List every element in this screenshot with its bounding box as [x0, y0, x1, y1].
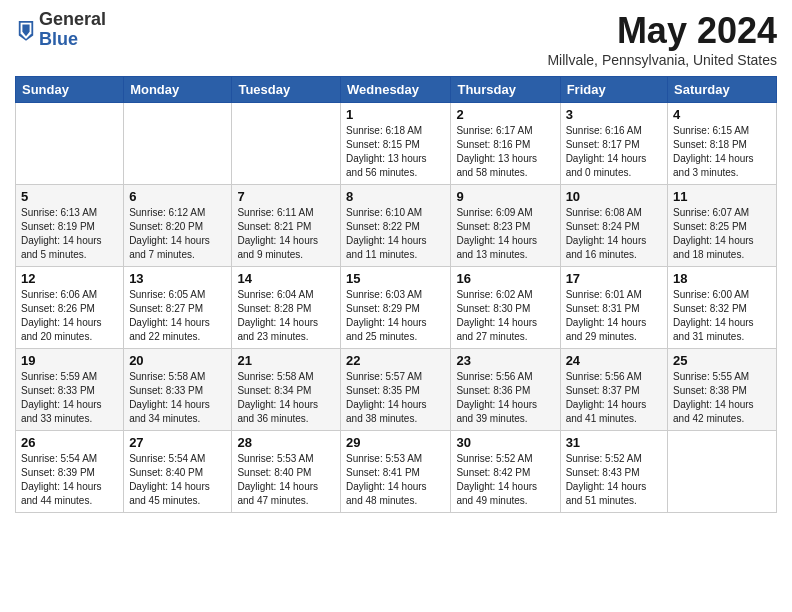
day-info: Sunrise: 5:55 AMSunset: 8:38 PMDaylight:… [673, 370, 771, 426]
day-info: Sunrise: 5:56 AMSunset: 8:37 PMDaylight:… [566, 370, 662, 426]
calendar-cell [16, 103, 124, 185]
calendar-cell: 27Sunrise: 5:54 AMSunset: 8:40 PMDayligh… [124, 431, 232, 513]
day-number: 28 [237, 435, 335, 450]
day-number: 23 [456, 353, 554, 368]
calendar-cell: 14Sunrise: 6:04 AMSunset: 8:28 PMDayligh… [232, 267, 341, 349]
day-info: Sunrise: 6:07 AMSunset: 8:25 PMDaylight:… [673, 206, 771, 262]
day-info: Sunrise: 5:56 AMSunset: 8:36 PMDaylight:… [456, 370, 554, 426]
day-info: Sunrise: 5:57 AMSunset: 8:35 PMDaylight:… [346, 370, 445, 426]
logo-text: General Blue [39, 10, 106, 50]
day-number: 3 [566, 107, 662, 122]
day-number: 18 [673, 271, 771, 286]
weekday-header-row: SundayMondayTuesdayWednesdayThursdayFrid… [16, 77, 777, 103]
calendar-cell [668, 431, 777, 513]
day-info: Sunrise: 6:04 AMSunset: 8:28 PMDaylight:… [237, 288, 335, 344]
day-info: Sunrise: 6:05 AMSunset: 8:27 PMDaylight:… [129, 288, 226, 344]
day-number: 29 [346, 435, 445, 450]
location-text: Millvale, Pennsylvania, United States [547, 52, 777, 68]
day-number: 8 [346, 189, 445, 204]
day-info: Sunrise: 6:08 AMSunset: 8:24 PMDaylight:… [566, 206, 662, 262]
day-info: Sunrise: 6:09 AMSunset: 8:23 PMDaylight:… [456, 206, 554, 262]
day-number: 31 [566, 435, 662, 450]
day-info: Sunrise: 5:52 AMSunset: 8:43 PMDaylight:… [566, 452, 662, 508]
calendar-cell: 21Sunrise: 5:58 AMSunset: 8:34 PMDayligh… [232, 349, 341, 431]
day-info: Sunrise: 6:11 AMSunset: 8:21 PMDaylight:… [237, 206, 335, 262]
day-number: 13 [129, 271, 226, 286]
calendar-cell: 24Sunrise: 5:56 AMSunset: 8:37 PMDayligh… [560, 349, 667, 431]
day-number: 6 [129, 189, 226, 204]
day-info: Sunrise: 5:58 AMSunset: 8:33 PMDaylight:… [129, 370, 226, 426]
day-number: 7 [237, 189, 335, 204]
calendar-cell: 31Sunrise: 5:52 AMSunset: 8:43 PMDayligh… [560, 431, 667, 513]
day-info: Sunrise: 6:02 AMSunset: 8:30 PMDaylight:… [456, 288, 554, 344]
day-info: Sunrise: 6:01 AMSunset: 8:31 PMDaylight:… [566, 288, 662, 344]
weekday-header-saturday: Saturday [668, 77, 777, 103]
weekday-header-tuesday: Tuesday [232, 77, 341, 103]
day-number: 11 [673, 189, 771, 204]
calendar-table: SundayMondayTuesdayWednesdayThursdayFrid… [15, 76, 777, 513]
logo-icon [17, 19, 35, 41]
calendar-cell: 20Sunrise: 5:58 AMSunset: 8:33 PMDayligh… [124, 349, 232, 431]
day-number: 4 [673, 107, 771, 122]
calendar-cell: 18Sunrise: 6:00 AMSunset: 8:32 PMDayligh… [668, 267, 777, 349]
calendar-cell: 3Sunrise: 6:16 AMSunset: 8:17 PMDaylight… [560, 103, 667, 185]
day-number: 17 [566, 271, 662, 286]
day-info: Sunrise: 5:59 AMSunset: 8:33 PMDaylight:… [21, 370, 118, 426]
calendar-cell: 25Sunrise: 5:55 AMSunset: 8:38 PMDayligh… [668, 349, 777, 431]
day-number: 12 [21, 271, 118, 286]
day-info: Sunrise: 6:00 AMSunset: 8:32 PMDaylight:… [673, 288, 771, 344]
weekday-header-sunday: Sunday [16, 77, 124, 103]
day-number: 10 [566, 189, 662, 204]
day-info: Sunrise: 5:54 AMSunset: 8:40 PMDaylight:… [129, 452, 226, 508]
calendar-cell: 8Sunrise: 6:10 AMSunset: 8:22 PMDaylight… [341, 185, 451, 267]
weekday-header-thursday: Thursday [451, 77, 560, 103]
week-row-3: 12Sunrise: 6:06 AMSunset: 8:26 PMDayligh… [16, 267, 777, 349]
logo-general-text: General [39, 10, 106, 30]
calendar-cell: 11Sunrise: 6:07 AMSunset: 8:25 PMDayligh… [668, 185, 777, 267]
calendar-cell: 26Sunrise: 5:54 AMSunset: 8:39 PMDayligh… [16, 431, 124, 513]
day-number: 16 [456, 271, 554, 286]
calendar-cell: 28Sunrise: 5:53 AMSunset: 8:40 PMDayligh… [232, 431, 341, 513]
calendar-cell: 29Sunrise: 5:53 AMSunset: 8:41 PMDayligh… [341, 431, 451, 513]
calendar-cell: 17Sunrise: 6:01 AMSunset: 8:31 PMDayligh… [560, 267, 667, 349]
calendar-cell: 15Sunrise: 6:03 AMSunset: 8:29 PMDayligh… [341, 267, 451, 349]
day-number: 30 [456, 435, 554, 450]
day-number: 14 [237, 271, 335, 286]
day-info: Sunrise: 6:06 AMSunset: 8:26 PMDaylight:… [21, 288, 118, 344]
day-number: 1 [346, 107, 445, 122]
day-number: 27 [129, 435, 226, 450]
week-row-1: 1Sunrise: 6:18 AMSunset: 8:15 PMDaylight… [16, 103, 777, 185]
page-header: General Blue May 2024 Millvale, Pennsylv… [15, 10, 777, 68]
day-number: 19 [21, 353, 118, 368]
month-title: May 2024 [547, 10, 777, 52]
calendar-cell: 4Sunrise: 6:15 AMSunset: 8:18 PMDaylight… [668, 103, 777, 185]
day-info: Sunrise: 5:58 AMSunset: 8:34 PMDaylight:… [237, 370, 335, 426]
calendar-cell [232, 103, 341, 185]
day-info: Sunrise: 5:52 AMSunset: 8:42 PMDaylight:… [456, 452, 554, 508]
day-number: 15 [346, 271, 445, 286]
calendar-cell: 16Sunrise: 6:02 AMSunset: 8:30 PMDayligh… [451, 267, 560, 349]
day-info: Sunrise: 6:10 AMSunset: 8:22 PMDaylight:… [346, 206, 445, 262]
logo: General Blue [15, 10, 106, 50]
calendar-cell: 10Sunrise: 6:08 AMSunset: 8:24 PMDayligh… [560, 185, 667, 267]
week-row-5: 26Sunrise: 5:54 AMSunset: 8:39 PMDayligh… [16, 431, 777, 513]
calendar-cell: 5Sunrise: 6:13 AMSunset: 8:19 PMDaylight… [16, 185, 124, 267]
day-number: 24 [566, 353, 662, 368]
day-info: Sunrise: 5:53 AMSunset: 8:41 PMDaylight:… [346, 452, 445, 508]
calendar-cell: 22Sunrise: 5:57 AMSunset: 8:35 PMDayligh… [341, 349, 451, 431]
calendar-cell: 1Sunrise: 6:18 AMSunset: 8:15 PMDaylight… [341, 103, 451, 185]
calendar-cell: 12Sunrise: 6:06 AMSunset: 8:26 PMDayligh… [16, 267, 124, 349]
week-row-2: 5Sunrise: 6:13 AMSunset: 8:19 PMDaylight… [16, 185, 777, 267]
calendar-cell [124, 103, 232, 185]
day-number: 25 [673, 353, 771, 368]
day-number: 21 [237, 353, 335, 368]
week-row-4: 19Sunrise: 5:59 AMSunset: 8:33 PMDayligh… [16, 349, 777, 431]
calendar-cell: 13Sunrise: 6:05 AMSunset: 8:27 PMDayligh… [124, 267, 232, 349]
logo-blue-text: Blue [39, 30, 106, 50]
day-number: 26 [21, 435, 118, 450]
day-info: Sunrise: 6:16 AMSunset: 8:17 PMDaylight:… [566, 124, 662, 180]
day-number: 22 [346, 353, 445, 368]
calendar-cell: 6Sunrise: 6:12 AMSunset: 8:20 PMDaylight… [124, 185, 232, 267]
day-number: 9 [456, 189, 554, 204]
day-number: 5 [21, 189, 118, 204]
